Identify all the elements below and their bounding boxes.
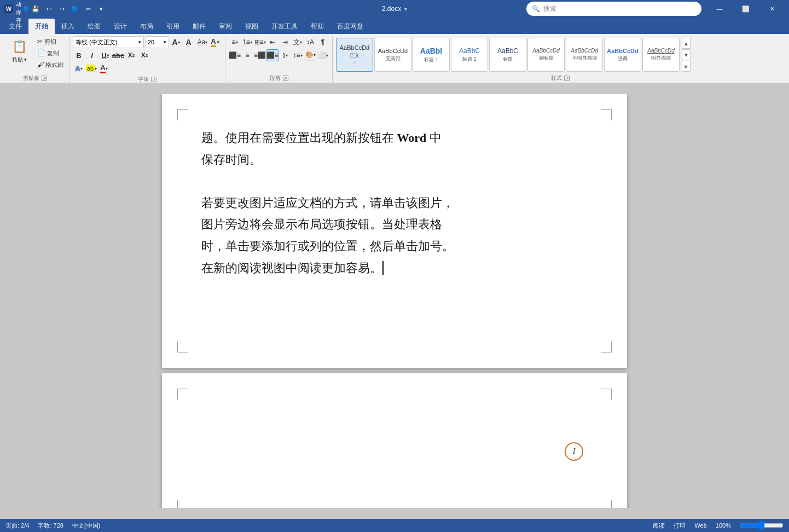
style-normal[interactable]: AaBbCcDd 正文 ✓ <box>336 38 373 72</box>
font-name-select[interactable]: 等线 (中文正文) ▾ <box>73 36 144 48</box>
paste-button[interactable]: 📋 粘贴 ▾ <box>4 36 34 72</box>
tab-file[interactable]: 文件 <box>2 19 28 34</box>
styles-scroll-up[interactable]: ▲ <box>682 38 691 49</box>
paragraph-expand[interactable]: ↗ <box>283 76 288 81</box>
styles-more[interactable]: ≡ <box>682 61 691 72</box>
paragraph-controls: ≡▾ 1≡▾ ⊞≡▾ ⇤ ⇥ 文▾ ↕A ¶ ⬛≡ ≡ ≡⬛ ⬛≡ ⫿▾ ↕≡▾… <box>229 36 329 61</box>
zoom-level[interactable]: 100% <box>716 522 731 529</box>
close-button[interactable]: ✕ <box>759 0 785 18</box>
tab-home[interactable]: 开始 <box>28 19 55 34</box>
tab-design[interactable]: 设计 <box>107 19 134 34</box>
paste-top[interactable]: 📋 <box>5 37 33 55</box>
align-left-button[interactable]: ⬛≡ <box>229 49 241 61</box>
font-row1: 等线 (中文正文) ▾ 20 ▾ A+ A- Aa▾ A ✕ <box>73 36 222 48</box>
title-dropdown[interactable]: ▾ <box>404 6 407 12</box>
styles-group-label: 样式 ↗ <box>336 73 785 83</box>
font-color-button[interactable]: A▾ <box>98 62 110 74</box>
font-grow-button[interactable]: A+ <box>170 36 182 48</box>
clear-format-button[interactable]: A ✕ <box>210 36 222 48</box>
autosave-toggle[interactable]: 自动保存 🔵 <box>16 3 28 15</box>
sort-button[interactable]: ↕A <box>304 36 316 48</box>
italic-button[interactable]: I <box>86 49 98 61</box>
search-bar[interactable]: 🔍 搜索 <box>526 2 701 16</box>
font-expand[interactable]: ↗ <box>151 77 156 82</box>
doc-page1-text[interactable]: 题。使用在需要位置出现的新按钮在 Word 中保存时间。 若要更改图片适应文档的… <box>201 127 588 279</box>
save-button[interactable]: 💾 <box>30 3 42 15</box>
show-marks-button[interactable]: ¶ <box>317 36 329 48</box>
styles-group-content: AaBbCcDd 正文 ✓ AaBbCcDd 无间距 AaBbI 标题 1 Aa… <box>336 36 785 73</box>
text-highlight-button[interactable]: ab▾ <box>85 62 97 74</box>
document-page-1[interactable]: 题。使用在需要位置出现的新按钮在 Word 中保存时间。 若要更改图片适应文档的… <box>162 94 627 368</box>
format-painter-button[interactable]: 🖌 格式刷 <box>35 59 66 70</box>
underline-button[interactable]: U▾ <box>99 49 111 61</box>
paste-bottom[interactable]: 粘贴 ▾ <box>5 55 33 65</box>
tab-baidu[interactable]: 百度网盘 <box>330 19 370 34</box>
font-shrink-button[interactable]: A- <box>183 36 195 48</box>
tab-layout[interactable]: 布局 <box>134 19 160 34</box>
tab-insert[interactable]: 插入 <box>55 19 81 34</box>
doc-container: 题。使用在需要位置出现的新按钮在 Word 中保存时间。 若要更改图片适应文档的… <box>154 94 635 508</box>
style-emphasis[interactable]: AaBbCcDd 强调 <box>604 38 641 72</box>
paragraph-group-content: ≡▾ 1≡▾ ⊞≡▾ ⇤ ⇥ 文▾ ↕A ¶ ⬛≡ ≡ ≡⬛ ⬛≡ ⫿▾ ↕≡▾… <box>229 36 329 73</box>
style-subtitle-preview: AaBbCcDd <box>532 48 559 54</box>
tab-draw[interactable]: 绘图 <box>81 19 107 34</box>
clipboard-expand[interactable]: ↗ <box>42 76 47 81</box>
text-effects-button[interactable]: A▾ <box>73 62 85 74</box>
font-size-select[interactable]: 20 ▾ <box>145 36 169 48</box>
view-read-button[interactable]: 阅读 <box>653 522 665 530</box>
redo-button[interactable]: ↪ <box>56 3 68 15</box>
superscript-button[interactable]: X2 <box>138 49 150 61</box>
copy-icon: 📄 <box>37 49 45 57</box>
status-bar-right: 阅读 打印 Web 100% <box>653 521 784 530</box>
increase-indent-button[interactable]: ⇥ <box>279 36 291 48</box>
copy-button[interactable]: 📄 复制 <box>35 48 66 59</box>
multilevel-list-button[interactable]: ⊞≡▾ <box>254 36 266 48</box>
corner-mark-br-2 <box>601 500 612 508</box>
style-subtitle[interactable]: AaBbCcDd 副标题 <box>527 38 565 72</box>
title-bar: W 自动保存 🔵 💾 ↩ ↪ 🔵 ✏ ▾ 2.docx ▾ 🔍 搜索 — ⬜ ✕ <box>0 0 789 18</box>
align-right-button[interactable]: ≡⬛ <box>254 49 266 61</box>
view-print-button[interactable]: 打印 <box>674 522 686 530</box>
line-spacing-button[interactable]: ↕≡▾ <box>292 49 304 61</box>
decrease-indent-button[interactable]: ⇤ <box>266 36 279 48</box>
tab-help[interactable]: 帮助 <box>304 19 330 34</box>
tab-review[interactable]: 审阅 <box>212 19 239 34</box>
view-web-button[interactable]: Web <box>694 522 706 529</box>
numbered-list-button[interactable]: 1≡▾ <box>241 36 253 48</box>
tab-view[interactable]: 视图 <box>239 19 265 34</box>
style-no-spacing[interactable]: AaBbCcDd 无间距 <box>374 38 411 72</box>
align-center-button[interactable]: ≡ <box>241 49 253 61</box>
shading-button[interactable]: 🎨▾ <box>304 49 316 61</box>
cut-button[interactable]: ✂ 剪切 <box>35 36 66 47</box>
chinese-format-button[interactable]: 文▾ <box>292 36 304 48</box>
style-heading3[interactable]: AaBbC 标题 <box>489 38 526 72</box>
undo-button[interactable]: ↩ <box>43 3 55 15</box>
strikethrough-button[interactable]: abc <box>112 49 124 61</box>
corner-mark-br <box>601 342 612 352</box>
style-heading1[interactable]: AaBbI 标题 1 <box>413 38 450 72</box>
border-button[interactable]: ⬜▾ <box>317 49 329 61</box>
zoom-slider[interactable] <box>740 521 784 530</box>
auto-format-button[interactable]: 🔵 <box>69 3 81 15</box>
tab-mailing[interactable]: 邮件 <box>186 19 212 34</box>
style-strong-preview: AaBbCcDd <box>647 48 674 54</box>
qat-dropdown[interactable]: ▾ <box>95 3 107 15</box>
styles-expand[interactable]: ↗ <box>564 76 570 81</box>
justify-button[interactable]: ⬛≡ <box>266 49 279 61</box>
corner-mark-tl <box>177 109 188 120</box>
styles-scroll-down[interactable]: ▼ <box>682 49 691 60</box>
bold-button[interactable]: B <box>73 49 85 61</box>
columns-button[interactable]: ⫿▾ <box>279 49 291 61</box>
bullet-list-button[interactable]: ≡▾ <box>229 36 241 48</box>
tab-developer[interactable]: 开发工具 <box>265 19 304 34</box>
minimize-button[interactable]: — <box>707 0 732 18</box>
restore-button[interactable]: ⬜ <box>733 0 758 18</box>
tab-references[interactable]: 引用 <box>160 19 186 34</box>
change-case-button[interactable]: Aa▾ <box>196 36 208 48</box>
style-subtle-emph[interactable]: AaBbCcDd 不明显强调 <box>566 38 603 72</box>
subscript-button[interactable]: X2 <box>125 49 137 61</box>
style-strong[interactable]: AaBbCcDd 明显强调 <box>642 38 680 72</box>
style-heading2[interactable]: AaBbC 标题 2 <box>451 38 488 72</box>
customize-qat-button[interactable]: ✏ <box>82 3 94 15</box>
document-page-2[interactable]: I <box>162 373 627 508</box>
